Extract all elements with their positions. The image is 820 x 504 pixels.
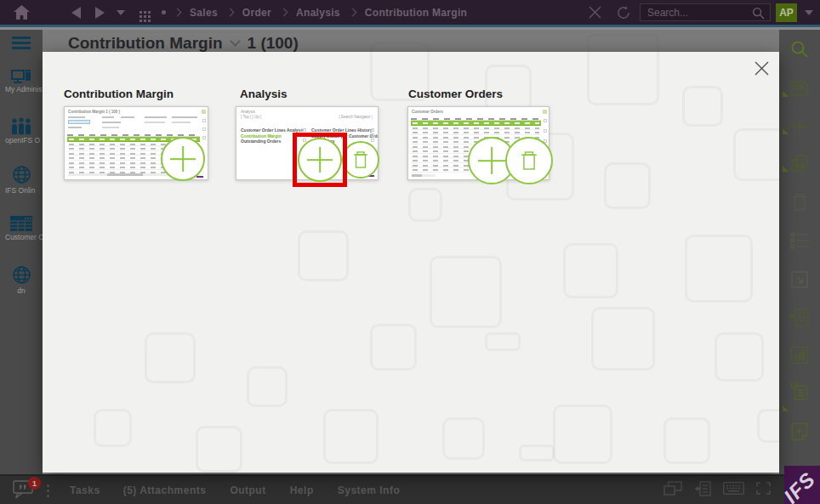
breadcrumb-sales[interactable]: Sales [190, 7, 218, 19]
back-arrow-icon[interactable] [71, 7, 81, 19]
footer-help[interactable]: Help [290, 484, 314, 496]
page-info-icon[interactable] [790, 382, 810, 405]
delete-page-button-analysis[interactable] [342, 141, 379, 178]
footer-attachments[interactable]: (5) Attachments [123, 484, 207, 496]
globe-icon [12, 165, 31, 184]
add-page-button-contribution-margin[interactable] [161, 137, 205, 181]
footer-tasks[interactable]: Tasks [70, 484, 100, 496]
footer-bar: Tasks (5) Attachments Output Help System… [0, 474, 820, 504]
report-icon[interactable] [789, 309, 810, 331]
mini-link-column-left: Customer Order Lines Analysis Contributi… [241, 127, 305, 144]
breadcrumb-analysis[interactable]: Analysis [296, 7, 340, 19]
sidebar-item-customer-orders[interactable]: Customer O [0, 216, 43, 241]
grid-table-icon [10, 216, 32, 231]
chevron-right-icon [174, 8, 182, 17]
page-selector-modal: Contribution Margin Contribution Margin … [43, 52, 779, 473]
duplicate-icon[interactable] [790, 154, 809, 176]
bar-chart-icon[interactable] [790, 346, 809, 368]
globe-icon [12, 265, 31, 285]
user-menu-caret-icon[interactable] [805, 10, 813, 15]
bullet-icon [162, 10, 166, 14]
notification-badge: 1 [28, 477, 41, 490]
workstation-icon [11, 70, 31, 83]
delete-icon[interactable] [791, 193, 808, 215]
record-count: 1 (100) [248, 34, 299, 53]
close-page-icon[interactable] [589, 6, 601, 19]
windows-icon[interactable] [663, 481, 682, 499]
document-log-icon[interactable] [694, 481, 711, 500]
card-title-contribution-margin: Contribution Margin [64, 88, 174, 100]
search-input[interactable] [641, 5, 770, 21]
card-title-customer-orders: Customer Orders [408, 88, 503, 100]
app-window: Sales Order Analysis Contribution Margin… [0, 0, 820, 504]
sidebar-item-ifs-online[interactable]: IFS Onlin [0, 165, 43, 195]
card-title-analysis: Analysis [240, 88, 288, 100]
forward-arrow-icon[interactable] [95, 7, 105, 19]
breadcrumb: Sales Order Analysis Contribution Margin [174, 7, 467, 19]
chevron-right-icon [280, 8, 288, 17]
fullscreen-icon[interactable] [756, 482, 771, 498]
sidebar-item-openifs[interactable]: openIFS O [0, 117, 43, 144]
app-launcher-icon[interactable] [140, 11, 142, 14]
history-caret-icon[interactable] [117, 10, 125, 15]
people-icon [9, 117, 33, 134]
mini-icon [202, 110, 206, 114]
plus-icon [307, 147, 333, 173]
sidebar-item-my-admin[interactable]: My Adminis [0, 70, 43, 93]
trash-icon [521, 150, 538, 171]
chevron-right-icon [225, 8, 234, 17]
global-search [640, 3, 771, 21]
refresh-icon[interactable] [616, 5, 631, 20]
trash-icon [353, 151, 368, 168]
grip-triangle-icon [783, 91, 789, 97]
breadcrumb-contribution-margin[interactable]: Contribution Margin [365, 7, 467, 19]
avatar[interactable]: AP [776, 3, 797, 22]
sidebar-item-dn[interactable]: dn [0, 265, 43, 295]
plus-icon [478, 147, 505, 174]
home-icon[interactable] [14, 5, 30, 20]
new-page-icon[interactable] [791, 422, 809, 445]
footer-output[interactable]: Output [230, 484, 265, 496]
hamburger-menu[interactable] [0, 30, 43, 56]
close-icon[interactable] [750, 57, 772, 79]
breadcrumb-order[interactable]: Order [242, 7, 271, 19]
left-sidebar: My Adminis openIFS O IFS Onlin Customer … [0, 56, 43, 474]
ifs-logo: IFS [784, 466, 820, 504]
plus-icon [170, 146, 196, 172]
search-icon[interactable] [790, 40, 809, 62]
search-icon [752, 7, 765, 20]
top-bar: Sales Order Analysis Contribution Margin… [0, 0, 820, 27]
chevron-right-icon [348, 8, 356, 17]
hamburger-icon [12, 37, 31, 40]
footer-system-info[interactable]: System Info [338, 484, 401, 496]
keyboard-icon[interactable] [723, 482, 744, 498]
kebab-divider-icon [47, 484, 49, 487]
list-view-icon[interactable] [790, 232, 809, 252]
page-title: Contribution Margin [68, 34, 223, 53]
add-page-button-analysis[interactable] [298, 138, 342, 182]
mini-icon [543, 110, 547, 114]
note-icon[interactable] [790, 79, 809, 101]
right-toolbar [779, 30, 820, 474]
title-caret-icon[interactable] [230, 36, 241, 47]
add-icon[interactable] [790, 117, 809, 139]
delete-page-button-customer-orders[interactable] [505, 137, 553, 184]
open-in-new-icon[interactable] [790, 270, 809, 292]
